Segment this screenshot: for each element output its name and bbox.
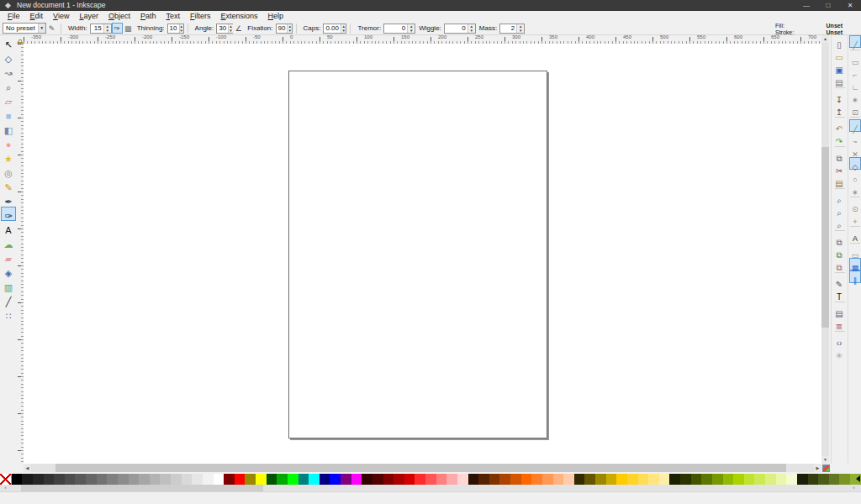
palette-swatch[interactable] <box>691 474 702 485</box>
palette-swatch[interactable] <box>320 474 330 485</box>
snap-nodes-toggle[interactable]: ╱ <box>849 119 861 132</box>
palette-swatch[interactable] <box>786 474 797 485</box>
width-input[interactable]: 15▲▼ <box>90 24 112 34</box>
palette-swatch[interactable] <box>75 474 86 485</box>
palette-swatch[interactable] <box>616 474 627 485</box>
calligraphy-tool[interactable]: ✑ <box>1 207 16 221</box>
palette-swatch[interactable] <box>139 474 150 485</box>
snap-paths-toggle[interactable]: ~ <box>849 132 861 144</box>
palette-swatch[interactable] <box>330 474 341 485</box>
palette-swatch[interactable] <box>65 474 76 485</box>
preset-select[interactable]: No preset▼ <box>3 23 46 34</box>
snap-rotation-centers-toggle[interactable]: + <box>849 212 861 224</box>
gradient-tool[interactable]: ▥ <box>1 278 16 292</box>
palette-overflow-arrow[interactable] <box>856 475 860 482</box>
snap-smooth-nodes-toggle[interactable]: ○ <box>849 170 861 182</box>
lock-guides-icon[interactable] <box>17 35 24 44</box>
palette-swatch[interactable] <box>298 474 309 485</box>
thinning-spinner-arrows[interactable]: ▲▼ <box>179 24 183 33</box>
paste-button[interactable]: ▤ <box>832 174 846 186</box>
rectangle-tool[interactable]: ■ <box>1 107 16 121</box>
snap-line-midpoints-toggle[interactable]: ∗ <box>849 182 861 195</box>
palette-swatch[interactable] <box>744 474 755 485</box>
palette-swatch[interactable] <box>754 474 765 485</box>
palette-swatch[interactable] <box>680 474 691 485</box>
palette-swatch[interactable] <box>659 474 670 485</box>
palette-swatch[interactable] <box>383 474 394 485</box>
palette-swatch[interactable] <box>44 474 55 485</box>
menu-view[interactable]: View <box>48 11 74 22</box>
document-properties-button[interactable]: ▤ <box>832 304 846 317</box>
zoom-drawing-button[interactable]: ⌕ <box>832 203 846 216</box>
palette-swatch[interactable] <box>818 474 829 485</box>
angle-spinner-arrows[interactable]: ▲▼ <box>228 24 232 33</box>
spiral-tool[interactable]: ◎ <box>1 164 16 178</box>
palette-swatch[interactable] <box>563 474 574 485</box>
palette-swatch[interactable] <box>33 474 44 485</box>
horizontal-scrollbar[interactable]: ◀ ▶ <box>24 464 821 472</box>
palette-swatch[interactable] <box>436 474 447 485</box>
palette-swatch[interactable] <box>489 474 500 485</box>
snap-bbox-centers-toggle[interactable]: ⊡ <box>849 102 861 115</box>
snap-bbox-edges-toggle[interactable]: ⌐ <box>849 65 861 77</box>
palette-swatch[interactable] <box>648 474 659 485</box>
menu-filters[interactable]: Filters <box>185 11 216 22</box>
bezier-pen-tool[interactable]: ✒ <box>1 192 16 207</box>
measure-tool[interactable]: ▱ <box>1 92 16 107</box>
palette-swatch[interactable] <box>171 474 182 485</box>
palette-swatch[interactable] <box>86 474 97 485</box>
caps-input[interactable]: 0.00▲▼ <box>323 24 346 34</box>
open-document-button[interactable]: ▭ <box>832 48 846 60</box>
palette-swatch[interactable] <box>192 474 203 485</box>
snap-path-intersections-toggle[interactable]: ✕ <box>849 144 861 157</box>
mass-spinner-arrows[interactable]: ▲▼ <box>516 24 524 33</box>
unlink-clone-button[interactable]: ⧉ <box>832 258 846 270</box>
duplicate-button[interactable]: ⧉ <box>832 233 846 245</box>
palette-swatch[interactable] <box>839 474 850 485</box>
no-color-swatch[interactable] <box>0 474 12 485</box>
vertical-scrollbar-thumb[interactable] <box>821 147 829 328</box>
palette-swatch[interactable] <box>129 474 140 485</box>
cut-button[interactable]: ✂ <box>832 161 846 174</box>
close-button[interactable]: ✕ <box>839 0 861 11</box>
redo-button[interactable]: ↷ <box>832 132 846 144</box>
palette-swatch[interactable] <box>415 474 425 485</box>
palette-swatch[interactable] <box>22 474 33 485</box>
palette-swatch[interactable] <box>341 474 351 485</box>
new-document-button[interactable]: ▯ <box>832 35 846 48</box>
import-button[interactable]: ↧ <box>832 90 846 102</box>
palette-swatch[interactable] <box>54 474 65 485</box>
dropper-tool[interactable]: ╱ <box>1 292 16 307</box>
palette-swatch[interactable] <box>553 474 564 485</box>
palette-swatch[interactable] <box>478 474 489 485</box>
pencil-tool[interactable]: ✎ <box>1 178 16 192</box>
color-management-icon[interactable] <box>822 465 830 472</box>
scroll-up-arrow[interactable]: ▲ <box>821 35 829 43</box>
palette-swatch[interactable] <box>595 474 606 485</box>
maximize-button[interactable]: □ <box>817 0 839 11</box>
scroll-left-arrow[interactable]: ◀ <box>24 464 31 472</box>
palette-swatch[interactable] <box>808 474 819 485</box>
palette-swatch[interactable] <box>776 474 787 485</box>
palette-swatch[interactable] <box>288 474 298 485</box>
menu-text[interactable]: Text <box>161 11 186 22</box>
palette-swatch[interactable] <box>542 474 553 485</box>
fixation-input[interactable]: 90▲▼ <box>276 24 293 34</box>
palette-swatch[interactable] <box>277 474 288 485</box>
snap-enabled-toggle[interactable]: ╱ <box>849 35 861 48</box>
angle-input[interactable]: 30▲▼ <box>216 24 233 34</box>
palette-swatch[interactable] <box>468 474 479 485</box>
palette-swatch[interactable] <box>446 474 457 485</box>
paint-bucket-tool[interactable]: ◈ <box>1 264 16 278</box>
palette-swatch[interactable] <box>723 474 734 485</box>
palette-swatch[interactable] <box>235 474 246 485</box>
palette-swatch[interactable] <box>214 474 224 485</box>
pressure-toggle[interactable]: ✑ <box>112 23 123 34</box>
node-tool[interactable]: ◇ <box>1 50 16 64</box>
snap-page-border-toggle[interactable]: ▭ <box>849 245 861 258</box>
palette-swatch[interactable] <box>309 474 320 485</box>
snap-grids-toggle[interactable]: ▦ <box>849 258 861 270</box>
menu-object[interactable]: Object <box>103 11 135 22</box>
palette-swatch[interactable] <box>510 474 521 485</box>
palette-swatch[interactable] <box>499 474 510 485</box>
